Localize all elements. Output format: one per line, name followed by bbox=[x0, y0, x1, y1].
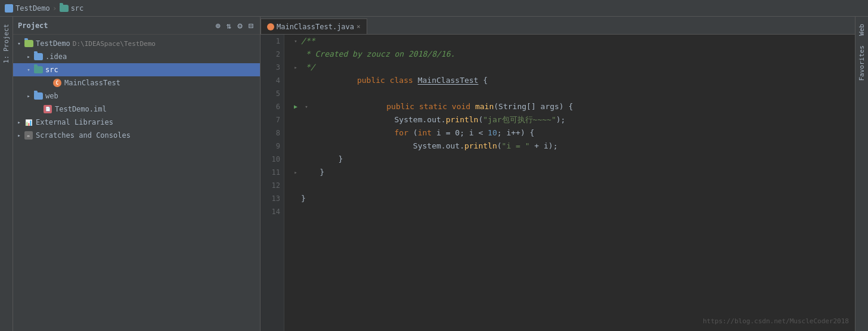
project-tree: TestDemo D:\IDEASpace\TestDemo .idea src bbox=[13, 35, 260, 331]
code-content: ▾ /** * Created by zoucz on 2018/8/16. ▸… bbox=[284, 35, 855, 331]
tree-item-mainclass[interactable]: C MainClassTest bbox=[13, 76, 260, 89]
left-tab-bar: 1: Project bbox=[0, 17, 13, 331]
mainclass-label: MainClassTest bbox=[64, 79, 120, 87]
line-11-text: } bbox=[301, 166, 324, 179]
web-tab[interactable]: Web bbox=[857, 19, 867, 41]
line-1-text: /** bbox=[301, 35, 315, 48]
tree-item-iml[interactable]: 📄 TestDemo.iml bbox=[13, 103, 260, 116]
sidebar: Project ⊕ ⇅ ⚙ ⊟ TestDemo D:\IDEASpace\Te… bbox=[13, 17, 261, 331]
idea-label: .idea bbox=[45, 52, 67, 61]
tree-item-src[interactable]: src bbox=[13, 63, 260, 76]
iml-label: TestDemo.iml bbox=[55, 105, 107, 113]
scratches-label: Scratches and Consoles bbox=[36, 131, 131, 140]
favorites-tab[interactable]: Favorites bbox=[857, 41, 867, 86]
root-label: TestDemo bbox=[36, 39, 70, 48]
tree-item-idea[interactable]: .idea bbox=[13, 50, 260, 63]
code-line-9: System.out.println("i = " + i); bbox=[290, 140, 855, 153]
code-line-14 bbox=[290, 205, 855, 218]
code-line-2: * Created by zoucz on 2018/8/16. bbox=[290, 48, 855, 61]
sidebar-header: Project ⊕ ⇅ ⚙ ⊟ bbox=[13, 17, 260, 35]
editor-area: MainClassTest.java × 1 2 3 4 5 6 7 8 9 1… bbox=[261, 17, 855, 331]
extlibs-label: External Libraries bbox=[36, 118, 113, 126]
arrow-idea bbox=[25, 53, 32, 60]
arrow-extlibs bbox=[16, 119, 23, 126]
gutter-3: ▸ bbox=[290, 61, 301, 74]
arrow-src bbox=[25, 66, 32, 73]
tree-item-scratches[interactable]: ✏ Scratches and Consoles bbox=[13, 129, 260, 142]
src-label: src bbox=[45, 66, 58, 74]
src-folder-icon bbox=[60, 5, 69, 12]
scratches-icon: ✏ bbox=[24, 131, 33, 140]
right-tab-bar: Web Favorites bbox=[855, 17, 868, 331]
sidebar-title: Project bbox=[18, 21, 48, 30]
java-file-icon: C bbox=[52, 79, 62, 87]
code-line-4: public class MainClassTest { bbox=[290, 74, 855, 87]
line-10-text: } bbox=[301, 153, 343, 166]
breadcrumb-src-label: src bbox=[71, 4, 84, 13]
settings-button[interactable]: ⚙ bbox=[235, 20, 244, 31]
gutter-11: ▸ bbox=[290, 166, 301, 179]
code-line-12 bbox=[290, 179, 855, 192]
fold-icon-11[interactable]: ▸ bbox=[294, 166, 297, 179]
breadcrumb-project-label: TestDemo bbox=[16, 4, 50, 13]
breadcrumb-project[interactable]: TestDemo bbox=[5, 4, 50, 13]
gutter-6: ▶ bbox=[290, 100, 301, 113]
code-editor[interactable]: 1 2 3 4 5 6 7 8 9 10 11 12 13 14 ▾ bbox=[261, 35, 855, 331]
breadcrumb-sep1: › bbox=[52, 4, 57, 13]
sidebar-actions: ⊕ ⇅ ⚙ ⊟ bbox=[213, 20, 255, 31]
fold-icon-1[interactable]: ▾ bbox=[294, 35, 297, 48]
tree-item-root[interactable]: TestDemo D:\IDEASpace\TestDemo bbox=[13, 37, 260, 50]
project-icon bbox=[5, 4, 13, 13]
line-2-text: * Created by zoucz on 2018/8/16. bbox=[301, 48, 455, 61]
web-label: web bbox=[45, 92, 58, 100]
main-layout: 1: Project Project ⊕ ⇅ ⚙ ⊟ TestDemo D:\I… bbox=[0, 17, 868, 331]
hide-button[interactable]: ⊟ bbox=[247, 20, 255, 31]
project-tab[interactable]: 1: Project bbox=[1, 19, 11, 68]
line-numbers: 1 2 3 4 5 6 7 8 9 10 11 12 13 14 bbox=[261, 35, 284, 331]
idea-folder-icon bbox=[33, 52, 43, 61]
tree-item-web[interactable]: web bbox=[13, 89, 260, 103]
breadcrumb-bar: TestDemo › src bbox=[0, 0, 868, 17]
arrow-root bbox=[16, 40, 23, 47]
tree-item-extlibs[interactable]: 📊 External Libraries bbox=[13, 116, 260, 129]
code-line-13: } bbox=[290, 192, 855, 205]
tab-close-button[interactable]: × bbox=[356, 23, 361, 30]
tab-label: MainClassTest.java bbox=[277, 23, 354, 31]
gutter-1: ▾ bbox=[290, 35, 301, 48]
iml-icon: 📄 bbox=[43, 105, 52, 113]
code-line-11: ▸ } bbox=[290, 166, 855, 179]
breadcrumb-src[interactable]: src bbox=[60, 4, 84, 13]
run-icon-6[interactable]: ▶ bbox=[294, 100, 297, 113]
fold-icon-3[interactable]: ▸ bbox=[294, 61, 297, 74]
tab-java-icon bbox=[267, 23, 274, 30]
extlibs-icon: 📊 bbox=[24, 118, 33, 126]
watermark: https://blog.csdn.net/MuscleCoder2018 bbox=[703, 317, 849, 325]
editor-tab-mainclass[interactable]: MainClassTest.java × bbox=[261, 18, 367, 34]
root-path: D:\IDEASpace\TestDemo bbox=[73, 40, 156, 48]
line-13-text: } bbox=[301, 192, 306, 205]
code-line-10: } bbox=[290, 153, 855, 166]
arrow-scratches bbox=[16, 132, 23, 139]
sync-button[interactable]: ⇅ bbox=[225, 20, 233, 31]
web-folder-icon bbox=[33, 92, 43, 100]
add-button[interactable]: ⊕ bbox=[213, 20, 222, 31]
editor-tabs: MainClassTest.java × bbox=[261, 17, 855, 35]
src-folder-icon bbox=[33, 66, 43, 74]
root-folder-icon bbox=[24, 39, 33, 48]
code-line-1: ▾ /** bbox=[290, 35, 855, 48]
arrow-web bbox=[25, 92, 32, 100]
